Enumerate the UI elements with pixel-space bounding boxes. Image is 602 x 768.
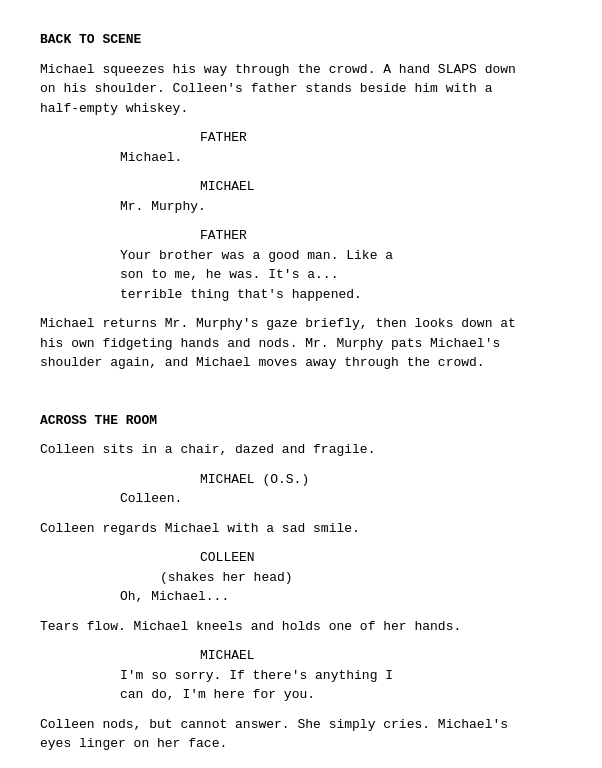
character-3: FATHER [200,226,562,246]
action-6: Colleen nods, but cannot answer. She sim… [40,715,562,754]
action-4: Colleen regards Michael with a sad smile… [40,519,562,539]
action-5: Tears flow. Michael kneels and holds one… [40,617,562,637]
character-4: MICHAEL (O.S.) [200,470,562,490]
dialogue-1: Michael. [120,148,482,168]
scene-heading-2: ACROSS THE ROOM [40,411,562,431]
character-1: FATHER [200,128,562,148]
character-6: MICHAEL [200,646,562,666]
dialogue-3: Your brother was a good man. Like a son … [120,246,482,305]
character-5: COLLEEN [200,548,562,568]
screenplay-page: BACK TO SCENE Michael squeezes his way t… [0,0,602,768]
parenthetical-1: (shakes her head) [160,568,562,588]
dialogue-4: Colleen. [120,489,482,509]
dialogue-2: Mr. Murphy. [120,197,482,217]
dialogue-5: Oh, Michael... [120,587,482,607]
action-3: Colleen sits in a chair, dazed and fragi… [40,440,562,460]
dialogue-6: I'm so sorry. If there's anything I can … [120,666,482,705]
character-2: MICHAEL [200,177,562,197]
action-1: Michael squeezes his way through the cro… [40,60,562,119]
action-7: Through the crowd, we catch a glimpse of… [40,764,562,769]
scene-heading-1: BACK TO SCENE [40,30,562,50]
action-2: Michael returns Mr. Murphy's gaze briefl… [40,314,562,373]
